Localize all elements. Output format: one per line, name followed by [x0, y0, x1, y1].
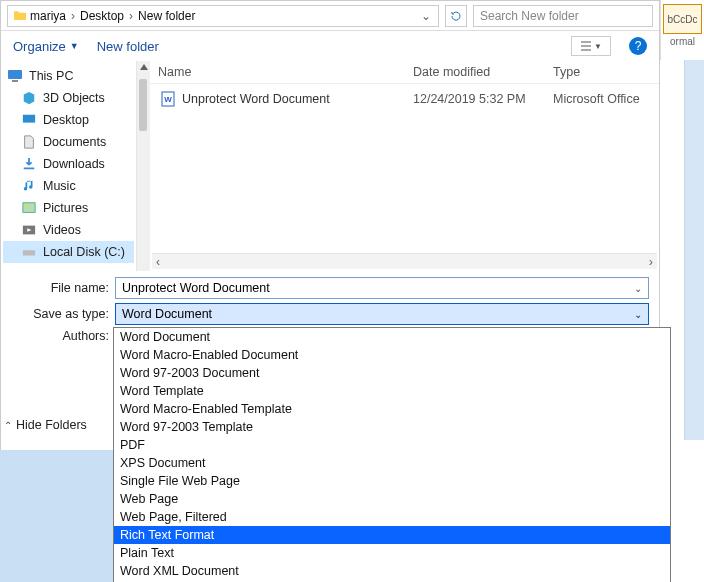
- column-headers: Name Date modified Type: [150, 61, 659, 84]
- svg-rect-2: [23, 115, 35, 123]
- search-input[interactable]: Search New folder: [473, 5, 653, 27]
- chevron-up-icon: ⌃: [4, 420, 12, 431]
- sidebar-item-downloads[interactable]: Downloads: [3, 153, 134, 175]
- saveas-type-combo[interactable]: Word Document ⌄: [115, 303, 649, 325]
- horizontal-scrollbar[interactable]: ‹ ›: [152, 253, 657, 269]
- dropdown-option[interactable]: Single File Web Page: [114, 472, 670, 490]
- scroll-right-icon[interactable]: ›: [649, 255, 653, 269]
- file-date: 12/24/2019 5:32 PM: [413, 92, 553, 106]
- style-preview-text: bCcDc: [667, 14, 697, 25]
- breadcrumb-loc1: Desktop: [80, 9, 124, 23]
- saveas-type-dropdown[interactable]: Word DocumentWord Macro-Enabled Document…: [113, 327, 671, 582]
- sidebar-item-desktop[interactable]: Desktop: [3, 109, 134, 131]
- chevron-down-icon: ⌄: [634, 309, 642, 320]
- scroll-left-icon[interactable]: ‹: [156, 255, 160, 269]
- sidebar-item-music[interactable]: Music: [3, 175, 134, 197]
- column-date[interactable]: Date modified: [413, 65, 553, 79]
- dropdown-option[interactable]: Word Macro-Enabled Template: [114, 400, 670, 418]
- sidebar-item-label: Local Disk (C:): [43, 245, 125, 259]
- refresh-button[interactable]: [445, 5, 467, 27]
- file-list: Name Date modified Type W Unprotect Word…: [150, 61, 659, 271]
- help-button[interactable]: ?: [629, 37, 647, 55]
- nav-sidebar: This PC 3D Objects Desktop Documents Dow…: [1, 61, 136, 271]
- refresh-icon: [450, 10, 462, 22]
- chevron-down-icon: ▼: [70, 41, 79, 51]
- folder-icon: [12, 8, 28, 24]
- style-gallery-item[interactable]: bCcDc: [663, 4, 702, 34]
- dropdown-option[interactable]: Word Macro-Enabled Document: [114, 346, 670, 364]
- svg-rect-3: [24, 168, 35, 170]
- hide-folders-button[interactable]: ⌃ Hide Folders: [4, 418, 87, 432]
- list-view-icon: [580, 40, 592, 52]
- column-name[interactable]: Name: [158, 65, 413, 79]
- sidebar-item-label: Pictures: [43, 201, 88, 215]
- file-name: Unprotect Word Document: [182, 92, 413, 106]
- sidebar-item-3d-objects[interactable]: 3D Objects: [3, 87, 134, 109]
- document-icon: [21, 134, 37, 150]
- chevron-right-icon: ›: [68, 9, 78, 23]
- sidebar-item-label: Documents: [43, 135, 106, 149]
- sidebar-item-label: This PC: [29, 69, 73, 83]
- chevron-right-icon: ›: [126, 9, 136, 23]
- sidebar-item-pictures[interactable]: Pictures: [3, 197, 134, 219]
- column-type[interactable]: Type: [553, 65, 651, 79]
- organize-button[interactable]: Organize ▼: [13, 39, 79, 54]
- organize-label: Organize: [13, 39, 66, 54]
- sidebar-item-this-pc[interactable]: This PC: [3, 65, 134, 87]
- sidebar-item-label: Downloads: [43, 157, 105, 171]
- dropdown-option[interactable]: Word 97-2003 Document: [114, 364, 670, 382]
- word-doc-icon: W: [158, 90, 178, 108]
- music-icon: [21, 178, 37, 194]
- address-bar: mariya › Desktop › New folder ⌄ Search N…: [1, 1, 659, 31]
- sidebar-scrollbar[interactable]: [136, 61, 150, 271]
- svg-text:W: W: [164, 95, 172, 104]
- breadcrumb-loc2: New folder: [138, 9, 195, 23]
- filename-label: File name:: [11, 281, 115, 295]
- new-folder-button[interactable]: New folder: [97, 39, 159, 54]
- file-row[interactable]: W Unprotect Word Document 12/24/2019 5:3…: [150, 84, 659, 114]
- sidebar-item-documents[interactable]: Documents: [3, 131, 134, 153]
- help-icon: ?: [635, 39, 642, 53]
- picture-icon: [21, 200, 37, 216]
- dropdown-option[interactable]: Plain Text: [114, 544, 670, 562]
- breadcrumb[interactable]: mariya › Desktop › New folder ⌄: [7, 5, 439, 27]
- dropdown-option[interactable]: Word Document: [114, 328, 670, 346]
- dropdown-option[interactable]: Word XML Document: [114, 562, 670, 580]
- saveas-value: Word Document: [122, 307, 212, 321]
- dropdown-option[interactable]: Web Page, Filtered: [114, 508, 670, 526]
- sidebar-item-videos[interactable]: Videos: [3, 219, 134, 241]
- saveas-label: Save as type:: [11, 307, 115, 321]
- dropdown-option[interactable]: Rich Text Format: [114, 526, 670, 544]
- dropdown-option[interactable]: Word Template: [114, 382, 670, 400]
- chevron-down-icon[interactable]: ⌄: [418, 9, 434, 23]
- breadcrumb-user: mariya: [30, 9, 66, 23]
- ribbon-backdrop: [684, 60, 704, 440]
- dropdown-option[interactable]: Word 97-2003 Template: [114, 418, 670, 436]
- filename-value: Unprotect Word Document: [122, 281, 270, 295]
- cube-icon: [21, 90, 37, 106]
- sidebar-item-label: 3D Objects: [43, 91, 105, 105]
- pc-icon: [7, 68, 23, 84]
- svg-rect-4: [23, 203, 35, 213]
- sidebar-item-label: Videos: [43, 223, 81, 237]
- chevron-down-icon: ▼: [594, 42, 602, 51]
- file-type: Microsoft Office: [553, 92, 651, 106]
- svg-rect-7: [23, 250, 35, 255]
- download-icon: [21, 156, 37, 172]
- dropdown-option[interactable]: Web Page: [114, 490, 670, 508]
- view-options-button[interactable]: ▼: [571, 36, 611, 56]
- scrollbar-thumb[interactable]: [139, 79, 147, 131]
- desktop-icon: [21, 112, 37, 128]
- sidebar-item-local-disk[interactable]: Local Disk (C:): [3, 241, 134, 263]
- background-panel: [0, 450, 114, 582]
- svg-point-5: [25, 205, 28, 208]
- authors-label: Authors:: [11, 329, 115, 343]
- video-icon: [21, 222, 37, 238]
- hide-folders-label: Hide Folders: [16, 418, 87, 432]
- drive-icon: [21, 244, 37, 260]
- dropdown-option[interactable]: XPS Document: [114, 454, 670, 472]
- chevron-down-icon[interactable]: ⌄: [634, 283, 642, 294]
- toolbar: Organize ▼ New folder ▼ ?: [1, 31, 659, 61]
- dropdown-option[interactable]: PDF: [114, 436, 670, 454]
- filename-input[interactable]: Unprotect Word Document ⌄: [115, 277, 649, 299]
